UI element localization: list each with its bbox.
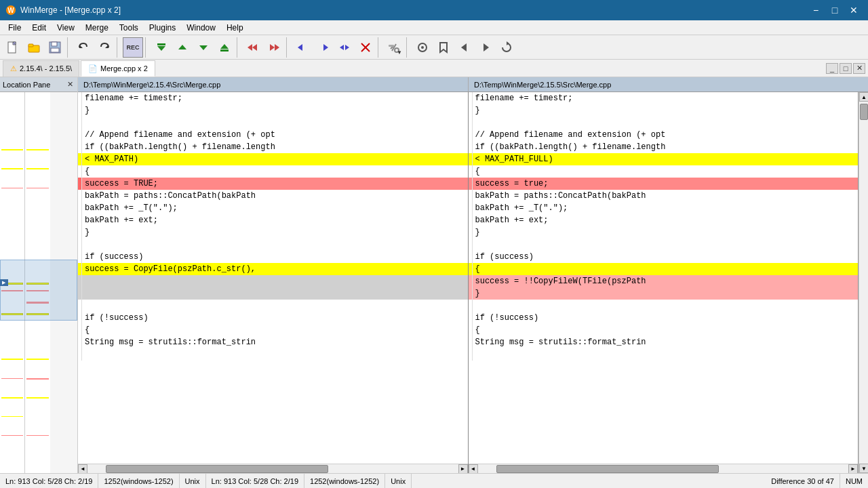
titlebar: W WinMerge - [Merge.cpp x 2] − □ ✕ [0, 0, 868, 20]
menu-plugins[interactable]: Plugins [144, 20, 181, 35]
tab-folder[interactable]: ⚠ 2.15.4\ - 2.15.5\ [3, 60, 79, 77]
code-line: < MAX_PATH) [78, 153, 468, 165]
menu-edit[interactable]: Edit [26, 20, 52, 35]
line-content [82, 287, 468, 300]
left-hscroll-right[interactable]: ▶ [458, 464, 468, 474]
line-content: } [473, 104, 859, 117]
save-button[interactable] [45, 37, 65, 58]
copy-all-right-button[interactable] [264, 37, 284, 58]
line-content: bakPath = paths::ConcatPath(bakPath [473, 190, 859, 202]
code-line: if (!success) [78, 312, 468, 324]
code-line: if ((bakPath.length() + filename.length [78, 141, 468, 153]
code-line: bakPath += ext; [78, 214, 468, 226]
vscroll-track[interactable] [859, 102, 868, 464]
code-line: success = CopyFile(pszPath.c_str(), [78, 263, 468, 275]
menu-merge[interactable]: Merge [80, 20, 114, 35]
menu-window[interactable]: Window [181, 20, 221, 35]
new-button[interactable] [3, 37, 23, 58]
vscroll-thumb[interactable] [860, 104, 868, 120]
mdi-close-button[interactable]: ✕ [853, 63, 865, 74]
svg-rect-12 [157, 43, 165, 45]
line-content: // Append filename and extension (+ opt [473, 129, 859, 141]
svg-rect-7 [52, 42, 57, 46]
line-content: { [473, 165, 859, 178]
line-content: bakPath += _T("."); [473, 202, 859, 214]
line-content: < MAX_PATH_FULL) [473, 153, 859, 165]
menu-help[interactable]: Help [221, 20, 249, 35]
left-hscroll[interactable]: ◀ ▶ [78, 464, 468, 473]
options-button[interactable] [412, 37, 433, 58]
prev-diff-button[interactable] [172, 37, 193, 58]
line-content [82, 348, 468, 361]
code-line: if (success) [78, 251, 468, 263]
window-title: WinMerge - [Merge.cpp x 2] [20, 5, 121, 15]
vertical-scrollbar[interactable]: ▲ ▼ [859, 92, 868, 473]
vscroll-header-spacer [859, 77, 868, 92]
copy-right-button[interactable] [313, 37, 334, 58]
next-diff-button[interactable] [193, 37, 214, 58]
code-line [78, 287, 468, 300]
location-pane: Location Pane ✕ [0, 77, 78, 473]
left-hscroll-left[interactable]: ◀ [78, 464, 87, 474]
code-line: if (success) [469, 251, 859, 263]
svg-point-30 [421, 46, 424, 49]
location-pane-title: Location Pane [3, 81, 50, 89]
tab-merge-cpp[interactable]: 📄 Merge.cpp x 2 [81, 60, 155, 77]
line-content: success = CopyFile(pszPath.c_str(), [82, 263, 468, 275]
left-code-pane: filename += timestr; } // Append filenam… [78, 92, 469, 473]
first-diff-button[interactable] [151, 37, 172, 58]
right-hscroll-track[interactable] [478, 464, 849, 474]
code-line: } [469, 226, 859, 239]
code-line: < MAX_PATH_FULL) [469, 153, 859, 165]
svg-marker-31 [461, 43, 467, 52]
code-line [78, 348, 468, 361]
menu-tools[interactable]: Tools [114, 20, 144, 35]
right-code-content[interactable]: filename += timestr; } // Append filenam… [469, 92, 859, 464]
redo-button[interactable] [94, 37, 115, 58]
line-content: success = !!CopyFileW(TFile(pszPath [473, 275, 859, 287]
location-pane-close[interactable]: ✕ [66, 80, 75, 89]
left-hscroll-thumb[interactable] [106, 465, 328, 473]
code-line [78, 239, 468, 251]
menu-view[interactable]: View [52, 20, 80, 35]
status-left-eol: Unix [180, 474, 206, 489]
mdi-restore-button[interactable]: □ [840, 63, 852, 74]
vscroll-up[interactable]: ▲ [859, 92, 868, 102]
copy-all-left-button[interactable] [243, 37, 263, 58]
right-hscroll-right[interactable]: ▶ [848, 464, 858, 474]
maximize-button[interactable]: □ [826, 3, 844, 17]
left-code-content[interactable]: filename += timestr; } // Append filenam… [78, 92, 468, 464]
location-pane-header: Location Pane ✕ [0, 77, 77, 92]
code-line: if ((bakPath.length() + filename.length [469, 141, 859, 153]
open-button[interactable] [24, 37, 44, 58]
left-hscroll-track[interactable] [87, 464, 458, 474]
script-button[interactable]: REC [123, 37, 143, 58]
minimize-button[interactable]: − [807, 3, 825, 17]
copy-left-button[interactable] [292, 37, 313, 58]
code-line: if (!success) [469, 312, 859, 324]
right-hscroll-thumb[interactable] [496, 465, 719, 473]
close-button[interactable]: ✕ [845, 3, 863, 17]
right-hscroll[interactable]: ◀ ▶ [469, 464, 859, 473]
last-diff-button[interactable] [214, 37, 235, 58]
line-content [473, 239, 859, 251]
code-line: bakPath += ext; [469, 214, 859, 226]
nav-forward-button[interactable] [475, 37, 496, 58]
undo-button[interactable] [73, 37, 94, 58]
code-line [78, 300, 468, 312]
delete-diff-button[interactable] [355, 37, 376, 58]
line-content: if (!success) [473, 312, 859, 324]
nav-back-button[interactable] [454, 37, 475, 58]
app-icon: W [5, 5, 16, 16]
menu-file[interactable]: File [3, 20, 26, 35]
code-line [469, 348, 859, 361]
code-line [469, 117, 859, 129]
copy-both-button[interactable] [334, 37, 355, 58]
mdi-minimize-button[interactable]: _ [826, 63, 838, 74]
tools-button[interactable]: ▼ [384, 37, 404, 58]
refresh-button[interactable] [496, 37, 517, 58]
right-hscroll-left[interactable]: ◀ [469, 464, 478, 474]
bookmark-button[interactable] [433, 37, 454, 58]
status-left-pos: Ln: 913 Col: 5/28 Ch: 2/19 [0, 474, 98, 489]
vscroll-down[interactable]: ▼ [859, 464, 868, 473]
